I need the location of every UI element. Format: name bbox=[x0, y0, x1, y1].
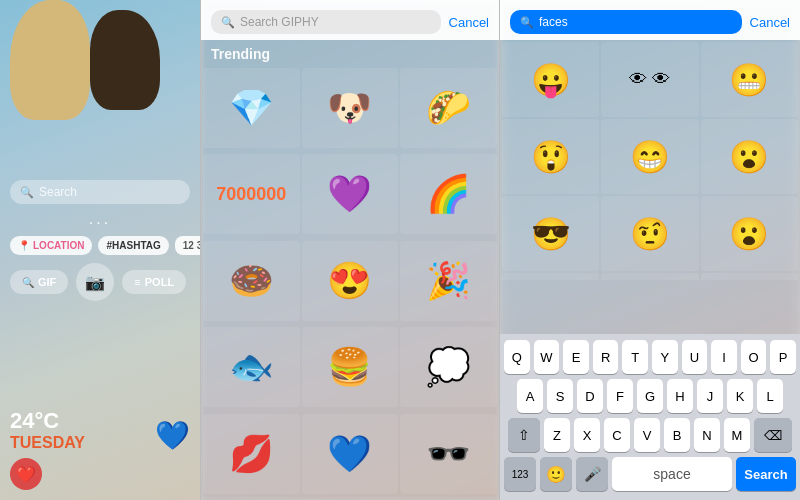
faces-search-bar[interactable]: 🔍 faces bbox=[510, 10, 742, 34]
sticker-item[interactable]: 🌮 bbox=[400, 68, 497, 148]
key-s[interactable]: S bbox=[547, 379, 573, 413]
faces-search-value: faces bbox=[539, 15, 568, 29]
face-sticker[interactable]: 😂 bbox=[701, 273, 798, 280]
poll-icon: ≡ bbox=[134, 276, 140, 288]
sticker-item[interactable]: 🕶️ bbox=[400, 414, 497, 494]
sticker-item[interactable]: 🎉 bbox=[400, 241, 497, 321]
temperature-display: 24°C TUESDAY bbox=[10, 408, 85, 452]
more-options-dots[interactable]: ... bbox=[0, 210, 200, 228]
sticker-item[interactable]: 🍩 bbox=[203, 241, 300, 321]
heart-sticker[interactable]: 💙 bbox=[155, 419, 190, 452]
key-f[interactable]: F bbox=[607, 379, 633, 413]
panel1-search-bar[interactable]: 🔍 Search bbox=[10, 180, 190, 204]
panel1-search-placeholder: Search bbox=[39, 185, 77, 199]
panel3-content: 🔍 faces Cancel 😛 👁 👁 😬 😲 😁 😮 😎 🤨 😮 😤 😬 😂… bbox=[500, 0, 800, 500]
key-o[interactable]: O bbox=[741, 340, 767, 374]
sticker-item[interactable]: 🍔 bbox=[302, 327, 399, 407]
key-d[interactable]: D bbox=[577, 379, 603, 413]
sticker-item[interactable]: 😍 bbox=[302, 241, 399, 321]
key-m[interactable]: M bbox=[724, 418, 750, 452]
sticker-item[interactable]: 💙 bbox=[302, 414, 399, 494]
search-key[interactable]: Search bbox=[736, 457, 796, 491]
delete-key[interactable]: ⌫ bbox=[754, 418, 792, 452]
panel1-content: 🔍 Search ... 📍 LOCATION #HASHTAG 12 3 4 … bbox=[0, 0, 200, 500]
numbers-key[interactable]: 123 bbox=[504, 457, 536, 491]
microphone-key[interactable]: 🎤 bbox=[576, 457, 608, 491]
giphy-search-icon: 🔍 bbox=[221, 16, 235, 29]
sticker-item[interactable]: 🐟 bbox=[203, 327, 300, 407]
camera-button[interactable]: 📷 bbox=[76, 263, 114, 301]
face-sticker[interactable]: 😎 bbox=[502, 196, 599, 271]
keyboard-row-4: 123 🙂 🎤 space Search bbox=[504, 457, 796, 491]
key-a[interactable]: A bbox=[517, 379, 543, 413]
sticker-item[interactable]: 7000000 bbox=[203, 154, 300, 234]
emoji-key[interactable]: 🙂 bbox=[540, 457, 572, 491]
key-k[interactable]: K bbox=[727, 379, 753, 413]
key-n[interactable]: N bbox=[694, 418, 720, 452]
giphy-search-bar[interactable]: 🔍 Search GIPHY bbox=[211, 10, 441, 34]
heart-icon-red[interactable]: ❤️ bbox=[10, 458, 42, 490]
key-z[interactable]: Z bbox=[544, 418, 570, 452]
poll-button[interactable]: ≡ POLL bbox=[122, 270, 186, 294]
giphy-header: 🔍 Search GIPHY Cancel bbox=[201, 0, 499, 40]
face-sticker[interactable]: 😬 bbox=[601, 273, 698, 280]
faces-header: 🔍 faces Cancel bbox=[500, 0, 800, 40]
face-sticker[interactable]: 😮 bbox=[701, 196, 798, 271]
panel2-content: 🔍 Search GIPHY Cancel Trending 💎 🐶 🌮 700… bbox=[201, 0, 499, 500]
key-i[interactable]: I bbox=[711, 340, 737, 374]
sticker-item[interactable]: 💋 bbox=[203, 414, 300, 494]
keyboard-row-2: A S D F G H J K L bbox=[504, 379, 796, 413]
time-sticker[interactable]: 12 3 4 bbox=[175, 236, 200, 255]
face-sticker[interactable]: 👁 👁 bbox=[601, 42, 698, 117]
key-h[interactable]: H bbox=[667, 379, 693, 413]
trending-label: Trending bbox=[201, 40, 499, 66]
sticker-item[interactable]: 💜 bbox=[302, 154, 399, 234]
shift-key[interactable]: ⇧ bbox=[508, 418, 540, 452]
bottom-info-row: 24°C TUESDAY 💙 bbox=[10, 408, 190, 452]
key-e[interactable]: E bbox=[563, 340, 589, 374]
key-r[interactable]: R bbox=[593, 340, 619, 374]
space-key[interactable]: space bbox=[612, 457, 732, 491]
sticker-item[interactable]: 🌈 bbox=[400, 154, 497, 234]
face-sticker[interactable]: 😁 bbox=[601, 119, 698, 194]
key-l[interactable]: L bbox=[757, 379, 783, 413]
key-x[interactable]: X bbox=[574, 418, 600, 452]
keyboard-row-3: ⇧ Z X C V B N M ⌫ bbox=[504, 418, 796, 452]
sticker-row-1: 📍 LOCATION #HASHTAG 12 3 4 bbox=[10, 236, 190, 255]
location-sticker[interactable]: 📍 LOCATION bbox=[10, 236, 92, 255]
key-y[interactable]: Y bbox=[652, 340, 678, 374]
key-g[interactable]: G bbox=[637, 379, 663, 413]
panel1-bottom: 24°C TUESDAY 💙 ❤️ bbox=[0, 404, 200, 500]
key-c[interactable]: C bbox=[604, 418, 630, 452]
sticker-row-2: 🔍 GIF 📷 ≡ POLL bbox=[10, 263, 190, 301]
key-u[interactable]: U bbox=[682, 340, 708, 374]
key-b[interactable]: B bbox=[664, 418, 690, 452]
face-sticker[interactable]: 😤 bbox=[502, 273, 599, 280]
key-v[interactable]: V bbox=[634, 418, 660, 452]
giphy-cancel-button[interactable]: Cancel bbox=[449, 15, 489, 30]
keyboard: Q W E R T Y U I O P A S D F G H J K L bbox=[500, 334, 800, 500]
search-small-icon: 🔍 bbox=[22, 277, 34, 288]
hashtag-sticker[interactable]: #HASHTAG bbox=[98, 236, 168, 255]
key-t[interactable]: T bbox=[622, 340, 648, 374]
faces-sticker-grid: 😛 👁 👁 😬 😲 😁 😮 😎 🤨 😮 😤 😬 😂 bbox=[500, 40, 800, 280]
camera-icon: 📷 bbox=[85, 273, 105, 292]
sticker-item[interactable]: 💎 bbox=[203, 68, 300, 148]
face-sticker[interactable]: 😬 bbox=[701, 42, 798, 117]
face-sticker[interactable]: 😮 bbox=[701, 119, 798, 194]
key-q[interactable]: Q bbox=[504, 340, 530, 374]
day-text: TUESDAY bbox=[10, 434, 85, 452]
faces-cancel-button[interactable]: Cancel bbox=[750, 15, 790, 30]
location-icon: 📍 bbox=[18, 240, 30, 251]
faces-search-icon: 🔍 bbox=[520, 16, 534, 29]
face-sticker[interactable]: 😲 bbox=[502, 119, 599, 194]
face-sticker[interactable]: 🤨 bbox=[601, 196, 698, 271]
key-p[interactable]: P bbox=[770, 340, 796, 374]
key-j[interactable]: J bbox=[697, 379, 723, 413]
sticker-item[interactable]: 🐶 bbox=[302, 68, 399, 148]
key-w[interactable]: W bbox=[534, 340, 560, 374]
sticker-item[interactable]: 💭 bbox=[400, 327, 497, 407]
gif-button[interactable]: 🔍 GIF bbox=[10, 270, 68, 294]
search-icon: 🔍 bbox=[20, 186, 34, 199]
face-sticker[interactable]: 😛 bbox=[502, 42, 599, 117]
